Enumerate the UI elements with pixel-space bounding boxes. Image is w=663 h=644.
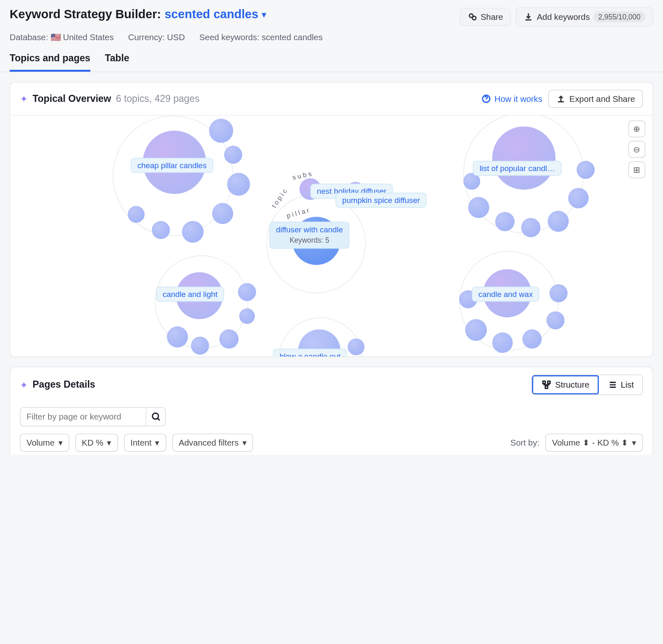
sort-label: Sort by: xyxy=(511,438,540,447)
how-it-works-link[interactable]: How it works xyxy=(481,94,542,104)
page-title: Keyword Strategy Builder: scented candle… xyxy=(10,7,266,21)
zoom-out-icon[interactable]: ⊖ xyxy=(629,141,646,158)
chevron-down-icon: ▾ xyxy=(155,438,159,447)
help-icon xyxy=(481,94,491,104)
chevron-down-icon[interactable]: ▾ xyxy=(262,10,266,19)
list-icon xyxy=(607,380,617,389)
title-prefix: Keyword Strategy Builder: xyxy=(10,7,161,21)
cluster-cheap-pillar[interactable]: cheap pillar candles xyxy=(131,158,213,173)
download-icon xyxy=(524,12,533,22)
structure-view-button[interactable]: Structure xyxy=(532,375,599,395)
filter-kd[interactable]: KD % ▾ xyxy=(75,434,118,452)
sparkle-icon: ✦ xyxy=(20,93,28,105)
fit-icon[interactable]: ⊞ xyxy=(629,162,646,178)
add-keywords-button[interactable]: Add keywords 2,955/10,000 xyxy=(516,7,653,27)
svg-point-1 xyxy=(472,16,476,20)
chevron-down-icon: ▾ xyxy=(107,438,111,447)
filter-intent[interactable]: Intent ▾ xyxy=(124,434,166,452)
sort-dropdown[interactable]: Volume ⬍ - KD % ⬍ ▾ xyxy=(545,434,643,452)
tab-topics-pages[interactable]: Topics and pages xyxy=(10,53,90,72)
filter-advanced[interactable]: Advanced filters ▾ xyxy=(172,434,253,452)
chevron-down-icon: ▾ xyxy=(242,438,247,447)
svg-point-6 xyxy=(152,413,158,419)
share-label: Share xyxy=(481,12,503,22)
cluster-candle-wax[interactable]: candle and wax xyxy=(472,287,539,301)
view-toggle[interactable]: Structure List xyxy=(532,374,643,395)
cluster-blow-out[interactable]: blow a candle out xyxy=(273,349,347,357)
tab-table[interactable]: Table xyxy=(105,53,129,72)
add-keywords-label: Add keywords xyxy=(537,12,590,22)
zoom-in-icon[interactable]: ⊕ xyxy=(629,121,646,137)
seed-meta: Seed keywords: scented candles xyxy=(199,33,323,42)
cluster-candle-light[interactable]: candle and light xyxy=(156,287,224,301)
export-share-button[interactable]: Export and Share xyxy=(548,90,643,108)
topical-overview-viz[interactable]: ⊕ ⊖ ⊞ cheap pillar candles candle and xyxy=(10,116,653,357)
chevron-down-icon: ▾ xyxy=(632,438,636,447)
upload-icon xyxy=(556,94,566,104)
keyword-counter: 2,955/10,000 xyxy=(593,12,645,22)
sparkle-icon: ✦ xyxy=(20,379,28,391)
list-view-button[interactable]: List xyxy=(599,375,642,395)
filter-volume[interactable]: Volume ▾ xyxy=(20,434,69,452)
people-icon xyxy=(467,12,477,22)
chevron-down-icon: ▾ xyxy=(58,438,63,447)
svg-rect-5 xyxy=(545,386,548,388)
search-icon[interactable] xyxy=(146,407,166,427)
currency-meta: Currency: USD xyxy=(128,33,185,42)
svg-rect-4 xyxy=(548,381,550,384)
svg-rect-3 xyxy=(543,381,546,384)
cluster-pumpkin-spice[interactable]: pumpkin spice diffuser xyxy=(336,193,427,207)
cluster-popular-candl[interactable]: list of popular candl… xyxy=(473,161,561,176)
pages-details-title: Pages Details xyxy=(33,379,95,390)
database-meta: Database: 🇺🇸 United States xyxy=(10,33,114,42)
overview-summary: 6 topics, 429 pages xyxy=(116,93,200,104)
share-button[interactable]: Share xyxy=(460,8,511,26)
filter-input[interactable] xyxy=(20,407,146,427)
title-keyword[interactable]: scented candles xyxy=(165,7,258,21)
cluster-diffuser-candle[interactable]: diffuser with candle Keywords: 5 xyxy=(269,222,349,248)
overview-title: Topical Overview xyxy=(33,93,111,104)
structure-icon xyxy=(542,380,552,389)
